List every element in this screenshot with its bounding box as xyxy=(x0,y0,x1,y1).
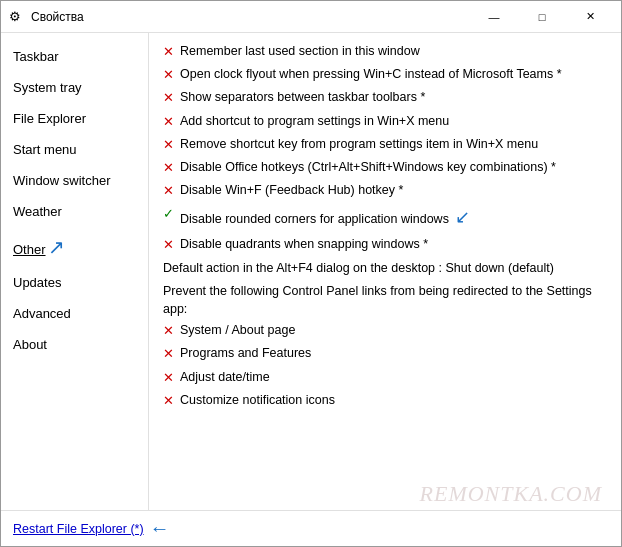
content-area: Taskbar System tray File Explorer Start … xyxy=(1,33,621,510)
cross-icon: ✕ xyxy=(163,322,174,340)
check-icon: ✓ xyxy=(163,205,174,223)
maximize-button[interactable]: □ xyxy=(519,3,565,31)
sidebar-arrow-icon: ↗ xyxy=(48,235,65,259)
close-button[interactable]: ✕ xyxy=(567,3,613,31)
list-item: ✕ Programs and Features xyxy=(163,345,607,363)
sidebar-item-file-explorer[interactable]: File Explorer xyxy=(1,103,148,134)
sidebar-item-about[interactable]: About xyxy=(1,329,148,360)
cross-icon: ✕ xyxy=(163,159,174,177)
title-bar-controls: — □ ✕ xyxy=(471,3,613,31)
list-item: ✕ Customize notification icons xyxy=(163,392,607,410)
title-bar: ⚙ Свойства — □ ✕ xyxy=(1,1,621,33)
cross-icon: ✕ xyxy=(163,369,174,387)
sidebar-item-advanced[interactable]: Advanced xyxy=(1,298,148,329)
feature-text: Add shortcut to program settings in Win+… xyxy=(180,113,607,131)
feature-text: Customize notification icons xyxy=(180,392,607,410)
minimize-button[interactable]: — xyxy=(471,3,517,31)
feature-list: ✕ Remember last used section in this win… xyxy=(163,43,607,254)
restart-file-explorer-link[interactable]: Restart File Explorer (*) xyxy=(13,522,144,536)
feature-text: Show separators between taskbar toolbars… xyxy=(180,89,607,107)
window-title: Свойства xyxy=(31,10,84,24)
sidebar-item-system-tray[interactable]: System tray xyxy=(1,72,148,103)
default-action-label: Default action in the Alt+F4 dialog on t… xyxy=(163,260,607,278)
section-header-label: Prevent the following Control Panel link… xyxy=(163,283,607,318)
feature-text: System / About page xyxy=(180,322,607,340)
feature-text: Disable rounded corners for application … xyxy=(180,205,607,230)
footer: Restart File Explorer (*) ← xyxy=(1,510,621,546)
list-item: ✕ System / About page xyxy=(163,322,607,340)
sidebar: Taskbar System tray File Explorer Start … xyxy=(1,33,149,510)
cross-icon: ✕ xyxy=(163,43,174,61)
cross-icon: ✕ xyxy=(163,182,174,200)
feature-text: Open clock flyout when pressing Win+C in… xyxy=(180,66,607,84)
cross-icon: ✕ xyxy=(163,236,174,254)
cross-icon: ✕ xyxy=(163,113,174,131)
list-item: ✕ Add shortcut to program settings in Wi… xyxy=(163,113,607,131)
feature-text: Remember last used section in this windo… xyxy=(180,43,607,61)
feature-text: Remove shortcut key from program setting… xyxy=(180,136,607,154)
footer-arrow-icon: ← xyxy=(150,517,170,540)
sidebar-item-start-menu[interactable]: Start menu xyxy=(1,134,148,165)
sidebar-item-other[interactable]: Other↗ xyxy=(1,227,148,267)
cross-icon: ✕ xyxy=(163,136,174,154)
sidebar-item-updates[interactable]: Updates xyxy=(1,267,148,298)
window-icon: ⚙ xyxy=(9,9,25,25)
list-item: ✕ Remember last used section in this win… xyxy=(163,43,607,61)
sub-feature-list: ✕ System / About page ✕ Programs and Fea… xyxy=(163,322,607,410)
list-item: ✓ Disable rounded corners for applicatio… xyxy=(163,205,607,230)
cross-icon: ✕ xyxy=(163,66,174,84)
feature-text: Adjust date/time xyxy=(180,369,607,387)
list-item: ✕ Adjust date/time xyxy=(163,369,607,387)
sidebar-item-window-switcher[interactable]: Window switcher xyxy=(1,165,148,196)
list-item: ✕ Disable Win+F (Feedback Hub) hotkey * xyxy=(163,182,607,200)
main-window: ⚙ Свойства — □ ✕ Taskbar System tray Fil… xyxy=(0,0,622,547)
list-item: ✕ Disable Office hotkeys (Ctrl+Alt+Shift… xyxy=(163,159,607,177)
cross-icon: ✕ xyxy=(163,392,174,410)
cross-icon: ✕ xyxy=(163,345,174,363)
feature-text: Disable Office hotkeys (Ctrl+Alt+Shift+W… xyxy=(180,159,607,177)
cross-icon: ✕ xyxy=(163,89,174,107)
arrow-annotation: ↙ xyxy=(455,207,470,227)
list-item: ✕ Open clock flyout when pressing Win+C … xyxy=(163,66,607,84)
list-item: ✕ Show separators between taskbar toolba… xyxy=(163,89,607,107)
list-item: ✕ Disable quadrants when snapping window… xyxy=(163,236,607,254)
main-panel: ✕ Remember last used section in this win… xyxy=(149,33,621,510)
list-item: ✕ Remove shortcut key from program setti… xyxy=(163,136,607,154)
feature-text: Disable Win+F (Feedback Hub) hotkey * xyxy=(180,182,607,200)
feature-text: Programs and Features xyxy=(180,345,607,363)
sidebar-item-taskbar[interactable]: Taskbar xyxy=(1,41,148,72)
sidebar-item-weather[interactable]: Weather xyxy=(1,196,148,227)
feature-text: Disable quadrants when snapping windows … xyxy=(180,236,607,254)
title-bar-left: ⚙ Свойства xyxy=(9,9,84,25)
